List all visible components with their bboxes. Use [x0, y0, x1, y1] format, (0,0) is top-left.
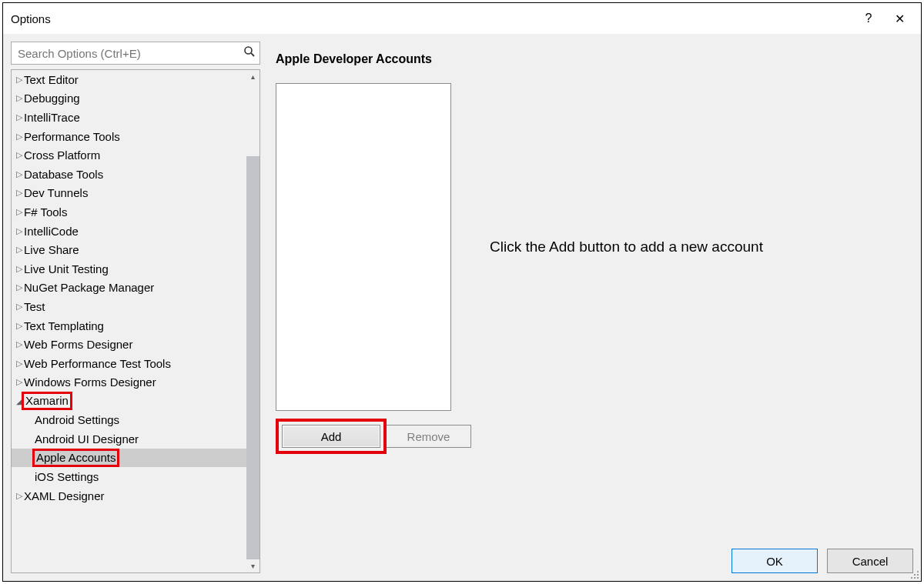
tree-item-label: Debugging — [24, 92, 80, 105]
tree-item-dev-tunnels[interactable]: ▷Dev Tunnels — [12, 184, 246, 203]
tree-item-label: Android Settings — [35, 413, 119, 426]
tree-item-database-tools[interactable]: ▷Database Tools — [12, 165, 246, 184]
chevron-right-icon[interactable]: ▷ — [15, 282, 24, 292]
tree-item-apple-accounts[interactable]: Apple Accounts — [12, 449, 246, 468]
chevron-right-icon[interactable]: ▷ — [15, 264, 24, 274]
svg-point-7 — [917, 577, 919, 579]
chevron-right-icon[interactable]: ▷ — [15, 169, 24, 179]
chevron-right-icon[interactable]: ▷ — [15, 245, 24, 255]
tree-item-windows-forms-designer[interactable]: ▷Windows Forms Designer — [12, 373, 246, 392]
resize-grip-icon[interactable] — [909, 569, 919, 579]
highlight-box: Apple Accounts — [32, 449, 119, 467]
tree-item-label: Web Forms Designer — [24, 338, 132, 351]
tree-item-ios-settings[interactable]: iOS Settings — [12, 467, 246, 486]
chevron-right-icon[interactable]: ▷ — [15, 377, 24, 387]
close-icon[interactable]: ✕ — [884, 12, 915, 26]
window-title: Options — [11, 12, 51, 25]
svg-point-3 — [914, 574, 916, 576]
tree-item-label: Text Editor — [24, 73, 79, 86]
titlebar: Options ? ✕ — [3, 3, 921, 34]
tree-item-label: Web Performance Test Tools — [24, 357, 171, 370]
tree-item-test[interactable]: ▷Test — [12, 297, 246, 316]
tree-item-web-performance-test-tools[interactable]: ▷Web Performance Test Tools — [12, 354, 246, 373]
scroll-up-icon[interactable]: ▴ — [246, 70, 259, 83]
tree-item-label: Database Tools — [24, 168, 103, 181]
remove-button: Remove — [387, 425, 471, 448]
tree-item-label: Text Templating — [24, 319, 104, 332]
dialog-footer: OK Cancel — [732, 549, 913, 573]
tree-item-label: IntelliCode — [24, 225, 79, 238]
panel-title: Apple Developer Accounts — [276, 52, 913, 66]
tree-item-cross-platform[interactable]: ▷Cross Platform — [12, 145, 246, 165]
scroll-down-icon[interactable]: ▾ — [246, 559, 259, 572]
chevron-right-icon[interactable]: ▷ — [15, 226, 24, 236]
tree-item-performance-tools[interactable]: ▷Performance Tools — [12, 127, 246, 146]
tree-scrollbar[interactable]: ▴ ▾ — [246, 70, 259, 572]
chevron-right-icon[interactable]: ▷ — [15, 321, 24, 331]
highlight-box: Xamarin — [22, 392, 72, 410]
tree-item-intellitrace[interactable]: ▷IntelliTrace — [12, 108, 246, 127]
tree-item-web-forms-designer[interactable]: ▷Web Forms Designer — [12, 335, 246, 354]
tree-item-nuget-package-manager[interactable]: ▷NuGet Package Manager — [12, 279, 246, 298]
options-left-panel: ▷Text Editor▷Debugging▷IntelliTrace▷Perf… — [11, 42, 260, 573]
tree-item-label: Test — [24, 300, 45, 313]
tree-item-xaml-designer[interactable]: ▷XAML Designer — [12, 486, 246, 506]
tree-item-f-tools[interactable]: ▷F# Tools — [12, 202, 246, 222]
tree-item-intellicode[interactable]: ▷IntelliCode — [12, 222, 246, 241]
tree-item-label: Cross Platform — [24, 149, 100, 162]
tree-item-android-ui-designer[interactable]: Android UI Designer — [12, 429, 246, 449]
chevron-right-icon[interactable]: ▷ — [15, 150, 24, 160]
chevron-right-icon[interactable]: ▷ — [15, 491, 24, 501]
chevron-right-icon[interactable]: ▷ — [15, 112, 24, 122]
chevron-right-icon[interactable]: ▷ — [15, 339, 24, 349]
help-icon[interactable]: ? — [853, 12, 884, 25]
svg-point-2 — [917, 571, 919, 572]
tree-item-android-settings[interactable]: Android Settings — [12, 411, 246, 430]
ok-button[interactable]: OK — [732, 549, 818, 573]
tree-item-label: Android UI Designer — [35, 432, 139, 446]
svg-point-5 — [911, 577, 912, 579]
svg-point-4 — [917, 574, 919, 576]
tree-item-text-templating[interactable]: ▷Text Templating — [12, 316, 246, 335]
tree-item-label: IntelliTrace — [24, 111, 80, 124]
tree-item-label: Dev Tunnels — [24, 186, 88, 199]
tree-item-label: Live Unit Testing — [24, 262, 109, 275]
add-button-highlight: Add — [276, 419, 387, 454]
tree-item-label: Windows Forms Designer — [24, 375, 156, 389]
cancel-button[interactable]: Cancel — [827, 549, 913, 573]
tree-item-label: XAML Designer — [24, 489, 105, 502]
tree-item-label: Performance Tools — [24, 130, 120, 143]
tree-item-label: F# Tools — [24, 205, 67, 219]
chevron-right-icon[interactable]: ▷ — [15, 93, 24, 103]
accounts-hint: Click the Add button to add a new accoun… — [490, 239, 763, 255]
tree-item-debugging[interactable]: ▷Debugging — [12, 89, 246, 108]
options-tree[interactable]: ▷Text Editor▷Debugging▷IntelliTrace▷Perf… — [11, 69, 260, 573]
chevron-right-icon[interactable]: ▷ — [15, 207, 24, 217]
chevron-right-icon[interactable]: ▷ — [15, 75, 24, 85]
search-input[interactable] — [11, 42, 260, 65]
chevron-right-icon[interactable]: ▷ — [15, 302, 24, 312]
chevron-right-icon[interactable]: ▷ — [15, 359, 24, 369]
chevron-right-icon[interactable]: ▷ — [15, 132, 24, 142]
add-button[interactable]: Add — [282, 425, 380, 448]
tree-item-live-unit-testing[interactable]: ▷Live Unit Testing — [12, 259, 246, 279]
tree-item-label: iOS Settings — [35, 470, 99, 483]
tree-item-label: Live Share — [24, 243, 79, 256]
options-right-panel: Apple Developer Accounts Click the Add b… — [276, 42, 913, 573]
tree-item-xamarin[interactable]: ◢Xamarin — [12, 392, 246, 411]
tree-item-label: NuGet Package Manager — [24, 281, 154, 294]
tree-item-label: Apple Accounts — [36, 451, 116, 464]
tree-item-label: Xamarin — [25, 394, 69, 407]
chevron-right-icon[interactable]: ▷ — [15, 188, 24, 198]
tree-item-text-editor[interactable]: ▷Text Editor — [12, 70, 246, 89]
options-dialog: Options ? ✕ ▷Text Editor▷Debugging▷Intel… — [2, 2, 922, 582]
svg-point-6 — [914, 577, 916, 579]
tree-item-live-share[interactable]: ▷Live Share — [12, 240, 246, 259]
accounts-listbox[interactable] — [276, 83, 451, 411]
